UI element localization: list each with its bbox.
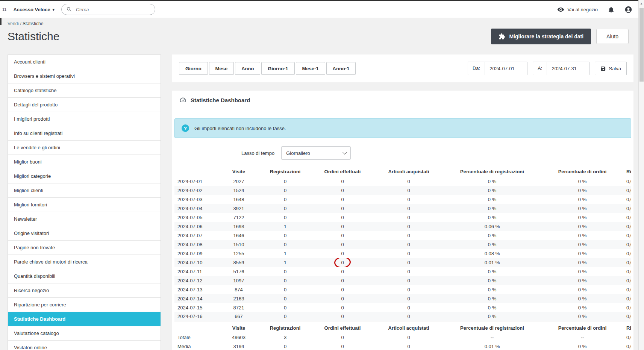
info-alert-text: Gli importi elencati non includono le ta… [194,126,286,131]
scroll-up-arrow[interactable]: ▲ [639,0,644,5]
table-cell: 0 % [541,294,623,303]
column-header [174,321,218,333]
table-cell: 0 [260,240,311,249]
sidebar-item[interactable]: Miglior buoni [8,155,161,169]
table-cell: 2024-07-03 [174,195,218,204]
table-cell: 0.08 % [443,249,541,258]
table-cell: 0 [374,240,443,249]
table-cell: 0,00 € [623,258,631,267]
sidebar-item[interactable]: Info su clienti registrati [8,126,161,141]
improve-strategy-button[interactable]: Migliorare la strategia dei dati [491,29,591,44]
sidebar-item[interactable]: Migliori categorie [8,169,161,183]
table-cell: 1 [260,222,311,231]
table-cell: 1524 [218,186,260,195]
time-range-select[interactable]: Giornaliero [281,146,351,160]
table-row: 2024-07-1421630000 %0 %0,00 € [174,294,631,303]
info-alert: ? Gli importi elencati non includono le … [174,118,631,138]
table-cell: 0,00 € [623,231,631,240]
puzzle-icon [499,33,505,40]
sidebar-item[interactable]: Origine visitatori [8,226,161,241]
red-circle-annotation: 0 [341,260,344,265]
sidebar-item[interactable]: I migliori prodotti [8,112,161,126]
sidebar-item[interactable]: Quantità disponibili [8,269,161,283]
sidebar-item[interactable]: Pagine non trovate [8,241,161,255]
table-cell: 1646 [218,231,260,240]
save-button[interactable]: Salva [595,62,627,75]
column-header: Percentuale di registrazioni [443,321,541,333]
eye-icon [557,6,564,13]
sidebar-item[interactable]: Newsletter [8,212,161,226]
range-button[interactable]: Mese-1 [296,62,325,75]
sidebar-item[interactable]: Dettagli del prodotto [8,98,161,112]
date-from-input[interactable] [485,66,527,71]
view-shop-label: Vai al negozio [567,7,598,12]
user-avatar-icon[interactable] [624,6,632,14]
vertical-scrollbar[interactable]: ▲ [638,0,644,350]
table-cell: 0 [374,249,443,258]
sidebar-item[interactable]: Migliori fornitori [8,198,161,212]
table-cell: 0 % [443,276,541,285]
help-button[interactable]: Aiuto [596,29,629,44]
search-input[interactable] [75,6,150,13]
sidebar-item[interactable]: Statistiche Dashboard [8,312,161,326]
scrollbar-thumb[interactable] [639,8,644,82]
view-shop-link[interactable]: Vai al negozio [557,6,598,13]
table-cell: 0 % [443,186,541,195]
sidebar-item[interactable]: Parole chiave dei motori di ricerca [8,255,161,269]
table-cell: 0 [311,285,374,294]
column-header: Ricavi [623,321,631,333]
table-cell: 0 [311,231,374,240]
date-to-input[interactable] [547,66,589,71]
table-cell: 0 [374,231,443,240]
sidebar-item[interactable]: Account clienti [8,55,161,69]
table-row: 2024-07-0912551000.08 %0 %0,00 € [174,249,631,258]
breadcrumb-parent[interactable]: Vendi [8,21,19,26]
range-button[interactable]: Mese [209,62,234,75]
chevron-down-icon: ▾ [53,8,55,12]
table-cell: 0 [260,204,311,213]
table-cell: 0,00 € [623,285,631,294]
date-controls: Da: A: Salva [468,62,627,75]
table-cell: 0 % [541,285,623,294]
table-cell: 0 [311,204,374,213]
table-row: 2024-07-1085591000.01 %0 %0,00 € [174,258,631,267]
table-cell: 0 % [541,195,623,204]
table-cell: 0 % [443,213,541,222]
column-header: Articoli acquistati [374,321,443,333]
table-cell: 0 % [443,267,541,276]
notifications-bell-icon[interactable] [608,6,615,13]
table-cell: 0.01 % [443,342,541,350]
table-cell: 0 % [443,312,541,321]
column-header: Ordini effettuati [311,167,374,177]
table-cell: 0 [311,213,374,222]
table-cell: 2024-07-16 [174,312,218,321]
table-cell: 2024-07-01 [174,177,218,186]
range-button[interactable]: Anno-1 [326,62,356,75]
table-cell: 0 [374,195,443,204]
sidebar-item[interactable]: Browsers e sistemi operativi [8,69,161,83]
sidebar-item[interactable]: Valutazione catalogo [8,326,161,341]
table-summary: VisiteRegistrazioniOrdini effettuatiArti… [174,321,631,350]
page-title: Statistiche [8,30,59,43]
sidebar-item[interactable]: Ricerca negozio [8,283,161,298]
table-cell: 0 % [541,312,623,321]
range-button[interactable]: Anno [235,62,260,75]
sidebar-item[interactable]: Ripartizione per corriere [8,298,161,312]
table-cell: 0 % [541,222,623,231]
date-to-label: A: [533,62,547,75]
question-mark-icon: ? [182,124,189,132]
table-cell: 1255 [218,249,260,258]
summary-row: Media31940000.01 %0 %0,00 € [174,342,631,350]
search-box[interactable] [61,4,155,15]
table-body: 2024-07-0120270000 %0 %0,00 €2024-07-021… [174,177,631,321]
quick-access-menu[interactable]: Accesso Veloce ▾ [13,7,54,12]
table-cell: 0 [260,276,311,285]
range-button[interactable]: Giorno-1 [261,62,294,75]
range-button[interactable]: Giorno [179,62,208,75]
table-cell: 0 [374,267,443,276]
sidebar-item[interactable]: Catalogo statistiche [8,83,161,98]
sidebar-item[interactable]: Migliori clienti [8,183,161,198]
table-cell: 2024-07-14 [174,294,218,303]
sidebar-item[interactable]: Visitatori online [8,341,161,350]
sidebar-item[interactable]: Le vendite e gli ordini [8,141,161,155]
